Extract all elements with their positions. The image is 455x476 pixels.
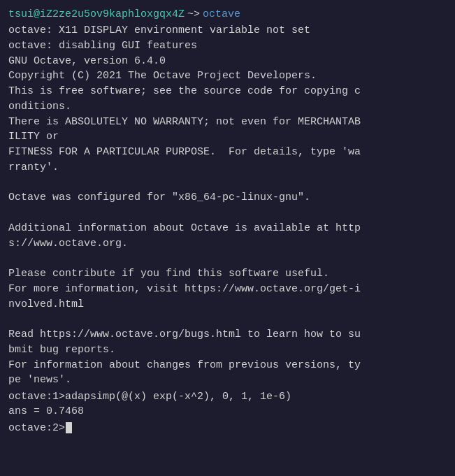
ans-output: ans = 0.7468 bbox=[8, 404, 447, 419]
initial-command: octave bbox=[203, 7, 240, 22]
user-host: tsui@iZ2ze2u5ov9kaphloxgqx4Z bbox=[8, 7, 185, 22]
username: tsui bbox=[8, 8, 34, 20]
terminal-cursor[interactable] bbox=[66, 422, 72, 433]
octave-command-1: adapsimp(@(x) exp(-x^2), 0, 1, 1e-6) bbox=[65, 389, 291, 404]
octave-prompt-2: octave:2> bbox=[8, 421, 65, 435]
octave-input-line-1: octave:1> adapsimp(@(x) exp(-x^2), 0, 1,… bbox=[8, 389, 447, 404]
terminal-window: tsui@iZ2ze2u5ov9kaphloxgqx4Z ~> octave o… bbox=[0, 0, 455, 476]
octave-input-line-2: octave:2> bbox=[8, 421, 447, 435]
at-symbol: @ bbox=[34, 8, 40, 20]
hostname: iZ2ze2u5ov9kaphloxgqx4Z bbox=[40, 8, 185, 20]
octave-prompt-1: octave:1> bbox=[8, 389, 65, 404]
octave-output: octave: X11 DISPLAY environment variable… bbox=[8, 23, 447, 388]
prompt-arrow: ~> bbox=[187, 7, 200, 22]
initial-prompt-line: tsui@iZ2ze2u5ov9kaphloxgqx4Z ~> octave bbox=[8, 7, 447, 22]
